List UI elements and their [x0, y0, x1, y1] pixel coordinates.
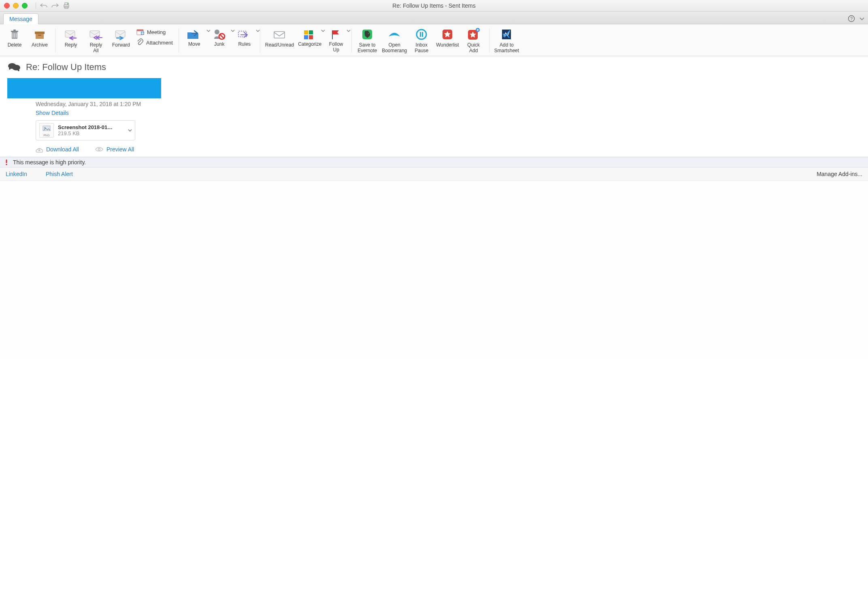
conversation-icon[interactable] — [7, 62, 21, 72]
follow-up-label: Follow Up — [329, 41, 343, 53]
forward-icon — [114, 28, 128, 41]
paperclip-icon — [136, 38, 144, 47]
preview-all-button[interactable]: Preview All — [95, 146, 134, 153]
tab-message[interactable]: Message — [3, 13, 38, 24]
wunderlist-icon — [441, 28, 453, 41]
move-button[interactable]: Move — [182, 27, 206, 48]
forward-label: Forward — [112, 42, 130, 48]
categorize-icon — [302, 28, 317, 41]
attachment-name: Screenshot 2018-01… — [58, 124, 113, 130]
reply-icon — [64, 28, 78, 41]
evernote-icon — [361, 28, 373, 41]
inbox-pause-button[interactable]: Inbox Pause — [409, 27, 434, 54]
svg-rect-15 — [65, 31, 75, 37]
svg-point-3 — [67, 3, 69, 4]
inbox-pause-label: Inbox Pause — [415, 42, 428, 53]
svg-rect-12 — [35, 32, 45, 34]
rules-icon — [237, 28, 252, 41]
rules-label: Rules — [238, 41, 251, 47]
undo-icon[interactable] — [40, 3, 47, 8]
flag-icon — [329, 28, 343, 41]
collapse-ribbon-icon[interactable] — [859, 16, 865, 21]
high-priority-icon — [5, 159, 8, 166]
message-header: Re: Follow Up Items Wednesday, January 3… — [0, 56, 868, 157]
preview-all-label: Preview All — [106, 146, 134, 153]
attachment-thumb-icon: PNG — [39, 123, 54, 138]
reply-all-button[interactable]: Reply All — [84, 27, 108, 54]
linkedin-addin[interactable]: LinkedIn — [6, 171, 27, 177]
envelope-icon — [272, 28, 286, 41]
phish-alert-addin[interactable]: Phish Alert — [46, 171, 73, 177]
message-date: Wednesday, January 31, 2018 at 1:20 PM — [36, 101, 861, 107]
svg-text:?: ? — [850, 16, 853, 21]
svg-rect-33 — [420, 32, 421, 37]
open-boomerang-button[interactable]: Open Boomerang — [380, 27, 408, 54]
meeting-icon — [136, 28, 145, 36]
svg-rect-28 — [304, 35, 308, 39]
addins-bar: LinkedIn Phish Alert Manage Add-ins... — [0, 168, 868, 181]
wunderlist-label: Wunderlist — [436, 42, 459, 48]
quick-add-button[interactable]: Quick Add — [462, 27, 486, 54]
minimize-window-button[interactable] — [13, 3, 19, 8]
redo-icon[interactable] — [51, 3, 59, 8]
attachment-button[interactable]: Attachment — [135, 38, 174, 47]
attachment-type-badge: PNG — [43, 134, 49, 137]
close-window-button[interactable] — [4, 3, 10, 8]
zoom-window-button[interactable] — [22, 3, 28, 8]
junk-label: Junk — [214, 41, 224, 47]
window-controls — [4, 3, 28, 8]
meeting-label: Meeting — [147, 29, 166, 35]
archive-label: Archive — [32, 42, 48, 48]
categorize-button[interactable]: Categorize — [296, 27, 323, 48]
save-to-evernote-button[interactable]: Save to Evernote — [355, 27, 379, 54]
read-unread-button[interactable]: Read/Unread — [264, 27, 296, 49]
svg-rect-14 — [38, 35, 41, 36]
read-unread-label: Read/Unread — [265, 42, 294, 48]
download-icon — [36, 146, 43, 153]
delete-button[interactable]: Delete — [2, 27, 27, 49]
ribbon: Delete Archive Reply Reply All Forward M… — [0, 24, 868, 56]
chevron-down-icon — [256, 29, 260, 32]
svg-rect-26 — [304, 30, 308, 34]
archive-icon — [33, 28, 46, 41]
wunderlist-button[interactable]: Wunderlist — [434, 27, 460, 49]
download-all-label: Download All — [46, 146, 79, 153]
quick-add-label: Quick Add — [467, 42, 480, 53]
separator — [36, 2, 36, 9]
attachment-card[interactable]: PNG Screenshot 2018-01… 219.5 KB — [36, 120, 135, 140]
window-title: Re: Follow Up Items - Sent Items — [0, 2, 868, 9]
chevron-down-icon — [347, 29, 351, 32]
categorize-label: Categorize — [298, 41, 321, 47]
show-details-link[interactable]: Show Details — [36, 110, 69, 116]
priority-bar: This message is high priority. — [0, 157, 868, 168]
boomerang-icon — [387, 28, 402, 41]
quick-access-toolbar — [36, 2, 70, 9]
print-icon[interactable] — [63, 2, 70, 9]
download-all-button[interactable]: Download All — [36, 146, 79, 153]
chevron-down-icon — [206, 29, 211, 32]
smartsheet-label: Add to Smartsheet — [494, 42, 519, 53]
message-body — [0, 181, 868, 359]
reply-label: Reply — [65, 42, 77, 48]
help-icon[interactable]: ? — [848, 15, 855, 22]
chevron-down-icon[interactable] — [128, 128, 132, 132]
svg-point-31 — [368, 33, 369, 34]
manage-addins-button[interactable]: Manage Add-ins... — [817, 171, 862, 177]
archive-button[interactable]: Archive — [28, 27, 52, 49]
follow-up-button[interactable]: Follow Up — [324, 27, 348, 53]
add-to-smartsheet-button[interactable]: Add to Smartsheet — [493, 27, 521, 54]
svg-point-32 — [417, 30, 426, 39]
message-subject: Re: Follow Up Items — [26, 62, 106, 72]
forward-button[interactable]: Forward — [109, 27, 133, 49]
delete-label: Delete — [8, 42, 22, 48]
junk-button[interactable]: Junk — [207, 27, 232, 48]
reply-button[interactable]: Reply — [59, 27, 83, 49]
reply-all-icon — [89, 28, 103, 41]
ribbon-tabstrip: Message ? — [0, 12, 868, 24]
titlebar: Re: Follow Up Items - Sent Items — [0, 0, 868, 12]
junk-icon — [212, 28, 227, 41]
svg-rect-25 — [274, 32, 285, 38]
rules-button[interactable]: Rules — [232, 27, 257, 48]
meeting-button[interactable]: Meeting — [135, 28, 174, 36]
svg-rect-34 — [422, 32, 423, 37]
